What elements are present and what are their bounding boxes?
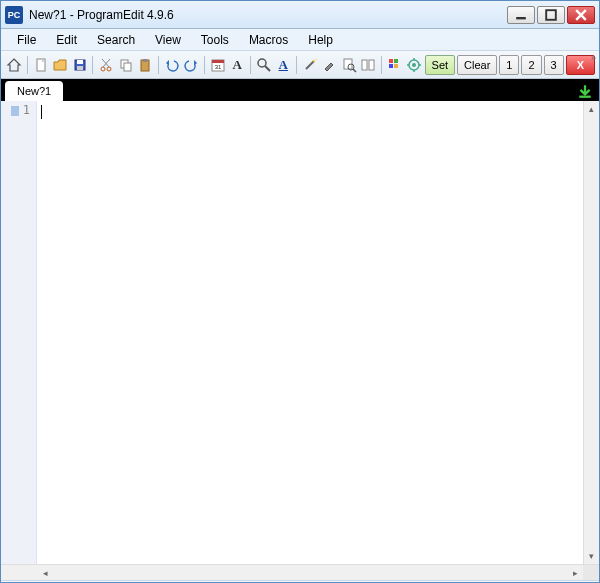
separator bbox=[296, 56, 298, 74]
download-icon[interactable] bbox=[577, 83, 593, 102]
scroll-up-icon[interactable]: ▴ bbox=[584, 101, 599, 117]
tool-icon[interactable] bbox=[320, 55, 339, 75]
svg-rect-6 bbox=[77, 60, 83, 64]
cut-icon[interactable] bbox=[97, 55, 116, 75]
separator bbox=[250, 56, 252, 74]
svg-line-20 bbox=[265, 66, 270, 71]
svg-rect-13 bbox=[124, 63, 131, 71]
separator bbox=[158, 56, 160, 74]
horizontal-scrollbar[interactable]: ◂ ▸ bbox=[1, 564, 599, 580]
maximize-button[interactable] bbox=[537, 6, 565, 24]
svg-text:31: 31 bbox=[214, 64, 221, 70]
window-controls bbox=[507, 6, 595, 24]
bookmark-3-button[interactable]: 3 bbox=[544, 55, 564, 75]
bookmark-set-button[interactable]: Set bbox=[425, 55, 456, 75]
line-marker-icon bbox=[11, 106, 19, 116]
line-gutter: 1 bbox=[1, 101, 37, 564]
tab-bar: New?1 bbox=[1, 79, 599, 101]
toolbar-overflow-icon[interactable]: » bbox=[591, 53, 596, 63]
toolbar: 31 A A Set Clear 1 2 3 X bbox=[1, 51, 599, 79]
highlight-icon[interactable]: A bbox=[274, 55, 293, 75]
app-icon: PC bbox=[5, 6, 23, 24]
svg-rect-31 bbox=[389, 64, 393, 68]
menu-edit[interactable]: Edit bbox=[46, 31, 87, 49]
svg-rect-15 bbox=[143, 59, 147, 62]
menu-view[interactable]: View bbox=[145, 31, 191, 49]
new-file-icon[interactable] bbox=[31, 55, 50, 75]
svg-rect-32 bbox=[394, 64, 398, 68]
scroll-left-icon[interactable]: ◂ bbox=[37, 568, 53, 578]
toolbar-bookmarks: Set Clear 1 2 3 X bbox=[425, 55, 596, 75]
menu-help[interactable]: Help bbox=[298, 31, 343, 49]
font-icon[interactable]: A bbox=[228, 55, 247, 75]
text-cursor bbox=[41, 105, 42, 119]
tab-active[interactable]: New?1 bbox=[5, 81, 63, 101]
zoom-icon[interactable] bbox=[254, 55, 273, 75]
find-in-files-icon[interactable] bbox=[340, 55, 359, 75]
copy-icon[interactable] bbox=[117, 55, 136, 75]
wand-icon[interactable] bbox=[300, 55, 319, 75]
bookmark-1-button[interactable]: 1 bbox=[499, 55, 519, 75]
color-grid-icon[interactable] bbox=[385, 55, 404, 75]
hscroll-track[interactable]: ◂ ▸ bbox=[37, 565, 583, 580]
scroll-right-icon[interactable]: ▸ bbox=[567, 568, 583, 578]
separator bbox=[92, 56, 94, 74]
separator bbox=[381, 56, 383, 74]
svg-rect-27 bbox=[362, 60, 367, 70]
date-icon[interactable]: 31 bbox=[208, 55, 227, 75]
svg-rect-29 bbox=[389, 59, 393, 63]
line-number: 1 bbox=[23, 103, 30, 117]
text-editor[interactable] bbox=[37, 101, 599, 564]
menu-file[interactable]: File bbox=[7, 31, 46, 49]
menu-search[interactable]: Search bbox=[87, 31, 145, 49]
svg-line-10 bbox=[103, 59, 110, 67]
bookmark-2-button[interactable]: 2 bbox=[521, 55, 541, 75]
bookmark-clear-button[interactable]: Clear bbox=[457, 55, 497, 75]
scroll-corner bbox=[1, 565, 37, 580]
svg-point-23 bbox=[315, 58, 316, 59]
home-icon[interactable] bbox=[5, 55, 24, 75]
undo-icon[interactable] bbox=[162, 55, 181, 75]
minimize-button[interactable] bbox=[507, 6, 535, 24]
vertical-scrollbar[interactable]: ▴ ▾ bbox=[583, 101, 599, 564]
svg-rect-17 bbox=[212, 60, 224, 63]
svg-line-11 bbox=[102, 59, 109, 67]
separator bbox=[27, 56, 29, 74]
svg-point-8 bbox=[101, 67, 105, 71]
svg-line-21 bbox=[306, 61, 314, 69]
redo-icon[interactable] bbox=[182, 55, 201, 75]
menu-tools[interactable]: Tools bbox=[191, 31, 239, 49]
close-button[interactable] bbox=[567, 6, 595, 24]
svg-point-34 bbox=[412, 63, 416, 67]
svg-point-19 bbox=[258, 59, 266, 67]
settings-icon[interactable] bbox=[405, 55, 424, 75]
svg-line-26 bbox=[353, 69, 356, 72]
window-title: New?1 - ProgramEdit 4.9.6 bbox=[29, 8, 507, 22]
separator bbox=[204, 56, 206, 74]
editor-area: 1 ▴ ▾ bbox=[1, 101, 599, 564]
compare-icon[interactable] bbox=[359, 55, 378, 75]
svg-rect-28 bbox=[369, 60, 374, 70]
svg-rect-30 bbox=[394, 59, 398, 63]
menu-bar: File Edit Search View Tools Macros Help bbox=[1, 29, 599, 51]
open-file-icon[interactable] bbox=[51, 55, 70, 75]
scroll-down-icon[interactable]: ▾ bbox=[584, 548, 599, 564]
menu-macros[interactable]: Macros bbox=[239, 31, 298, 49]
title-bar: PC New?1 - ProgramEdit 4.9.6 bbox=[1, 1, 599, 29]
svg-rect-1 bbox=[546, 10, 556, 20]
svg-point-9 bbox=[107, 67, 111, 71]
save-icon[interactable] bbox=[71, 55, 90, 75]
svg-point-22 bbox=[313, 60, 315, 62]
svg-rect-7 bbox=[77, 66, 83, 70]
scroll-grip bbox=[583, 565, 599, 580]
paste-icon[interactable] bbox=[136, 55, 155, 75]
